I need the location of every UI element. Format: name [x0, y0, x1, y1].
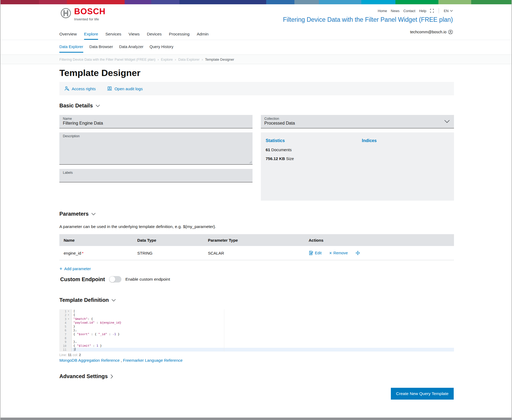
- code-line[interactable]: 2▾{: [59, 313, 454, 317]
- meta-link-help[interactable]: Help: [419, 9, 426, 13]
- fullscreen-icon[interactable]: [430, 9, 434, 13]
- code-line[interactable]: 7{ "$sort" : { "_id" : -1 }: [59, 332, 454, 336]
- section-basic-details-label: Basic Details: [59, 103, 93, 109]
- editor-gutter[interactable]: 5: [59, 325, 72, 328]
- code-line[interactable]: 5}: [59, 325, 454, 328]
- fold-arrow-icon[interactable]: ▾: [66, 309, 71, 313]
- text-cursor: [75, 348, 75, 351]
- chevron-down-icon: [96, 104, 100, 107]
- code-line[interactable]: 4"payload.id" : ${engine_id}: [59, 321, 454, 325]
- section-advanced-settings[interactable]: Advanced Settings: [59, 373, 113, 379]
- nav-item-devices[interactable]: Devices: [147, 28, 162, 40]
- editor-gutter[interactable]: 4: [59, 321, 72, 325]
- meta-link-news[interactable]: News: [391, 9, 400, 13]
- subnav-item-data-browser[interactable]: Data Browser: [89, 40, 113, 53]
- move-handle[interactable]: [355, 251, 360, 255]
- section-parameters[interactable]: Parameters: [59, 211, 96, 217]
- code-text: ]: [72, 348, 454, 352]
- custom-endpoint-title: Custom Endpoint: [60, 276, 105, 283]
- chevron-down-icon: [450, 10, 453, 12]
- editor-gutter[interactable]: 11: [59, 348, 72, 352]
- documents-label: Documents: [271, 147, 292, 152]
- fold-spacer: [66, 340, 71, 344]
- code-line[interactable]: 6},: [59, 328, 454, 332]
- subnav-item-query-history[interactable]: Query History: [150, 40, 174, 53]
- edit-label: Edit: [315, 251, 322, 255]
- labels-field-label: Labels: [63, 171, 73, 175]
- add-parameter-button[interactable]: + Add parameter: [59, 266, 91, 271]
- meta-link-contact[interactable]: Contact: [403, 9, 415, 13]
- param-name: engine_id: [64, 251, 81, 255]
- mongodb-reference-link[interactable]: MongoDB Aggregation Reference: [59, 358, 120, 363]
- editor-gutter[interactable]: 3▾: [59, 317, 72, 321]
- code-line[interactable]: 10{ "$limit" : 1 }: [59, 344, 454, 348]
- chevron-down-icon: [444, 120, 450, 123]
- nav-item-overview[interactable]: Overview: [59, 28, 77, 40]
- subnav-item-data-analyzer[interactable]: Data Analyzer: [119, 40, 143, 53]
- code-line[interactable]: 11]: [59, 348, 454, 352]
- breadcrumb-item[interactable]: Explore: [161, 57, 173, 61]
- editor-gutter[interactable]: 2▾: [59, 313, 72, 317]
- description-field[interactable]: Description: [59, 132, 253, 165]
- nav-item-views[interactable]: Views: [129, 28, 140, 40]
- code-editor-lines: 1▾[2▾{3▾"$match": {4"payload.id" : ${eng…: [59, 309, 454, 352]
- meta-link-home[interactable]: Home: [378, 9, 387, 13]
- collection-select-label: Collection: [264, 117, 279, 121]
- editor-gutter[interactable]: 10: [59, 344, 72, 348]
- breadcrumb-item[interactable]: Data Explorer: [178, 57, 199, 61]
- line-label: Line:: [59, 353, 67, 357]
- section-basic-details[interactable]: Basic Details: [59, 103, 100, 109]
- line-number: 11: [68, 353, 72, 357]
- section-template-definition[interactable]: Template Definition: [59, 297, 116, 303]
- resize-handle-icon[interactable]: [249, 161, 252, 164]
- parameters-hint: A parameter can be used in the underlyin…: [59, 224, 216, 229]
- nav-item-processing[interactable]: Processing: [169, 28, 190, 40]
- meta-nav: Home News Contact Help EN: [378, 8, 453, 13]
- editor-gutter[interactable]: 7: [59, 332, 72, 336]
- size-value: 756.12 KB: [266, 156, 285, 161]
- edit-button[interactable]: Edit: [309, 251, 322, 255]
- editor-gutter[interactable]: 6: [59, 328, 72, 332]
- access-rights-label: Access rights: [72, 86, 96, 91]
- code-line[interactable]: 1▾[: [59, 309, 454, 313]
- custom-endpoint-toggle[interactable]: [109, 276, 121, 283]
- access-rights-button[interactable]: Access rights: [64, 86, 96, 91]
- language-selector[interactable]: EN: [444, 9, 453, 13]
- breadcrumb-item[interactable]: Filtering Device Data with the Filter Pa…: [59, 57, 156, 61]
- code-line[interactable]: 8: [59, 336, 454, 340]
- description-field-label: Description: [63, 134, 80, 138]
- name-field[interactable]: Name Filtering Engine Data: [59, 115, 253, 128]
- open-audit-logs-button[interactable]: Open audit logs: [107, 86, 143, 91]
- code-text: "payload.id" : ${engine_id}: [72, 321, 454, 325]
- create-new-query-template-button[interactable]: Create New Query Template: [391, 388, 454, 400]
- line-number: 10: [59, 344, 66, 348]
- breadcrumb: Filtering Device Data with the Filter Pa…: [1, 55, 511, 64]
- nav-item-admin[interactable]: Admin: [197, 28, 209, 40]
- freemarker-reference-link[interactable]: Freemarker Language Reference: [123, 358, 183, 363]
- code-line[interactable]: 3▾"$match": {: [59, 317, 454, 321]
- collection-stats-panel: Statistics Indices 61 Documents 756.12 K…: [261, 132, 454, 201]
- breadcrumb-separator-icon: ›: [202, 57, 203, 61]
- code-editor[interactable]: 1▾[2▾{3▾"$match": {4"payload.id" : ${eng…: [59, 309, 454, 352]
- parameters-table-header: Name Data Type Parameter Type Actions: [59, 234, 454, 246]
- tab-indices[interactable]: Indices: [362, 138, 377, 143]
- editor-gutter[interactable]: 9: [59, 340, 72, 344]
- nav-item-services[interactable]: Services: [105, 28, 121, 40]
- collection-select[interactable]: Collection Processed Data: [261, 115, 454, 128]
- col-header-actions: Actions: [309, 238, 454, 242]
- subnav-item-data-explorer[interactable]: Data Explorer: [59, 40, 83, 53]
- bosch-logo[interactable]: BOSCH Invented for life: [60, 8, 106, 21]
- remove-button[interactable]: ✕ Remove: [329, 251, 348, 255]
- editor-gutter[interactable]: 1▾: [59, 309, 72, 313]
- param-name-cell: engine_id*: [59, 251, 137, 255]
- code-text: {: [72, 313, 454, 317]
- tab-statistics[interactable]: Statistics: [266, 138, 285, 143]
- fold-arrow-icon[interactable]: ▾: [66, 313, 71, 317]
- name-field-value: Filtering Engine Data: [63, 121, 103, 126]
- editor-gutter[interactable]: 8: [59, 336, 72, 340]
- code-line[interactable]: 9},: [59, 340, 454, 344]
- account-menu[interactable]: techcomm@bosch.io: [410, 30, 453, 34]
- fold-arrow-icon[interactable]: ▾: [66, 317, 71, 321]
- labels-field[interactable]: Labels: [59, 169, 253, 182]
- nav-item-explore[interactable]: Explore: [84, 28, 98, 40]
